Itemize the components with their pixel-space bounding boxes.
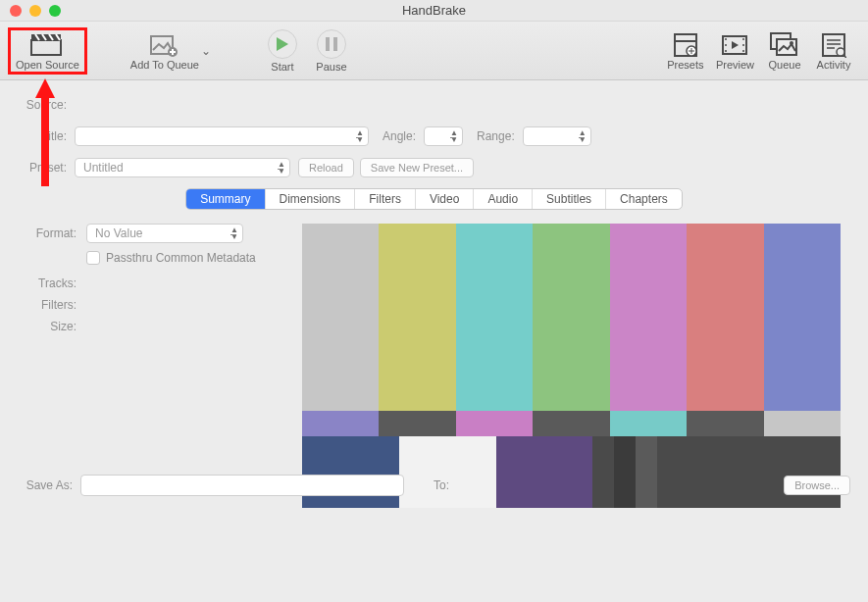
- colorbar-segment: [496, 436, 593, 508]
- colorbar-segment: [687, 224, 763, 411]
- open-source-button[interactable]: Open Source: [10, 29, 85, 73]
- queue-label: Queue: [768, 59, 800, 71]
- passthru-checkbox[interactable]: [86, 251, 100, 265]
- tab-dimensions[interactable]: Dimensions: [266, 189, 356, 209]
- save-new-preset-button[interactable]: Save New Preset...: [360, 158, 474, 177]
- svg-point-26: [790, 41, 793, 45]
- content: Source: Title: ▲▼ Angle: ▲▼ Range: ▲▼ Pr…: [0, 80, 868, 508]
- play-icon: [268, 29, 297, 59]
- presets-button[interactable]: Presets: [661, 29, 710, 73]
- preview-label: Preview: [716, 59, 754, 71]
- svg-rect-0: [31, 40, 61, 55]
- preset-value: Untitled: [83, 161, 124, 175]
- save-as-input[interactable]: [80, 475, 404, 496]
- passthru-label: Passthru Common Metadata: [106, 251, 256, 265]
- preview-pane: [302, 224, 841, 508]
- svg-point-22: [742, 50, 744, 52]
- svg-rect-12: [333, 37, 337, 51]
- angle-select[interactable]: ▲▼: [424, 126, 463, 146]
- filters-label: Filters:: [27, 298, 86, 312]
- colorbar-segment: [610, 224, 687, 411]
- colorbar-segment: [456, 224, 533, 411]
- svg-point-19: [725, 50, 727, 52]
- preset-label: Preset:: [18, 161, 75, 175]
- presets-label: Presets: [667, 59, 703, 71]
- add-image-icon: [148, 31, 181, 59]
- add-to-queue-label: Add To Queue: [130, 59, 199, 71]
- source-label: Source:: [18, 98, 75, 112]
- tabs: SummaryDimensionsFiltersVideoAudioSubtit…: [18, 188, 850, 210]
- svg-point-31: [837, 48, 844, 56]
- tab-chapters[interactable]: Chapters: [606, 189, 682, 209]
- colorbar-segment: [614, 436, 636, 508]
- titlebar: HandBrake: [0, 0, 868, 22]
- svg-point-20: [742, 38, 744, 40]
- angle-label: Angle:: [369, 129, 424, 143]
- preview-icon: [718, 31, 751, 59]
- svg-point-18: [725, 44, 727, 46]
- colorbar-segment: [764, 224, 841, 411]
- tab-subtitles[interactable]: Subtitles: [533, 189, 606, 209]
- colorbar-segment: [302, 224, 379, 411]
- tab-audio[interactable]: Audio: [474, 189, 533, 209]
- activity-button[interactable]: Activity: [809, 29, 858, 73]
- colorbar-segment: [533, 411, 609, 436]
- colorbar-segment: [657, 436, 748, 508]
- pause-label: Pause: [316, 61, 346, 73]
- colorbar-segment: [610, 411, 687, 436]
- pause-icon: [317, 29, 346, 59]
- clapperboard-icon: [30, 31, 64, 59]
- toolbar: Open Source Add To Queue ⌄ Start: [0, 22, 868, 80]
- colorbar-segment: [749, 436, 841, 508]
- colorbar-segment: [764, 411, 841, 436]
- svg-line-32: [843, 55, 846, 58]
- window-title: HandBrake: [0, 3, 868, 18]
- colorbar-segment: [456, 411, 533, 436]
- activity-label: Activity: [817, 59, 851, 71]
- colorbar-segment: [687, 411, 763, 436]
- svg-marker-23: [732, 41, 739, 49]
- add-to-queue-button[interactable]: Add To Queue: [125, 29, 205, 73]
- size-label: Size:: [27, 320, 86, 333]
- svg-point-17: [725, 38, 727, 40]
- range-select[interactable]: ▲▼: [523, 126, 591, 146]
- tab-summary[interactable]: Summary: [186, 189, 265, 209]
- activity-icon: [817, 31, 850, 59]
- svg-marker-10: [277, 37, 288, 51]
- colorbar-segment: [636, 436, 657, 508]
- save-as-label: Save As:: [18, 478, 80, 492]
- colorbar-segment: [379, 224, 455, 411]
- colorbar-segment: [399, 436, 496, 508]
- to-label: To:: [404, 478, 457, 492]
- colorbar-segment: [379, 411, 455, 436]
- title-label: Title:: [18, 129, 75, 143]
- format-select[interactable]: No Value ▲▼: [86, 224, 243, 243]
- start-button[interactable]: Start: [258, 27, 307, 75]
- svg-rect-11: [326, 37, 330, 51]
- presets-icon: [669, 31, 702, 59]
- colorbar-segment: [533, 224, 609, 411]
- tab-filters[interactable]: Filters: [355, 189, 416, 209]
- pause-button[interactable]: Pause: [307, 27, 356, 75]
- queue-icon: [768, 31, 801, 59]
- preview-button[interactable]: Preview: [710, 29, 760, 73]
- tracks-label: Tracks:: [27, 276, 86, 290]
- add-to-queue-dropdown[interactable]: ⌄: [199, 44, 213, 58]
- queue-button[interactable]: Queue: [760, 29, 809, 73]
- browse-button[interactable]: Browse...: [784, 476, 850, 495]
- range-label: Range:: [463, 129, 523, 143]
- preset-select[interactable]: Untitled ▲▼: [75, 158, 290, 177]
- open-source-label: Open Source: [16, 59, 79, 71]
- format-label: Format:: [27, 226, 86, 240]
- format-value: No Value: [95, 226, 142, 240]
- reload-button[interactable]: Reload: [298, 158, 354, 177]
- title-select[interactable]: ▲▼: [75, 126, 369, 146]
- tab-video[interactable]: Video: [416, 189, 474, 209]
- colorbar-segment: [302, 436, 399, 508]
- svg-point-21: [742, 44, 744, 46]
- colorbar-segment: [592, 436, 614, 508]
- start-label: Start: [271, 61, 293, 73]
- colorbar-segment: [302, 411, 379, 436]
